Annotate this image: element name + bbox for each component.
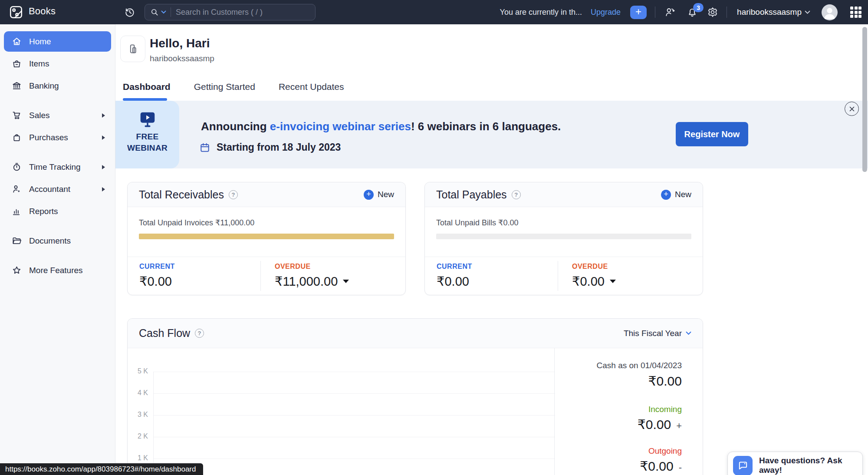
help-icon[interactable]: ? <box>195 329 204 338</box>
cash-flow-title: Cash Flow <box>139 327 190 340</box>
webinar-badge-text-line2: WEBINAR <box>115 142 179 154</box>
notifications-bell-icon[interactable]: 3 <box>687 7 698 18</box>
top-bar: Books You are currently in th... Upgrade <box>0 0 868 24</box>
gridline <box>153 372 555 372</box>
y-axis-line <box>153 372 154 475</box>
webinar-badge-text-line1: FREE <box>115 131 179 142</box>
settings-gear-icon[interactable] <box>707 7 718 18</box>
sidebar-item-banking[interactable]: Banking <box>4 76 111 96</box>
sidebar-item-more-features[interactable]: More Features <box>4 260 111 280</box>
gridline <box>153 393 555 394</box>
overdue-dropdown-caret-icon[interactable] <box>343 280 349 283</box>
gridline <box>153 415 555 416</box>
webinar-date-text: Starting from 18 July 2023 <box>217 142 341 153</box>
sidebar-item-time-tracking[interactable]: Time Tracking <box>4 157 111 177</box>
topbar-divider <box>655 7 655 18</box>
gridline <box>153 459 555 459</box>
plus-circle-icon: + <box>661 190 671 200</box>
quick-create-button[interactable]: + <box>630 6 647 19</box>
tab-dashboard[interactable]: Dashboard <box>123 82 171 92</box>
tab-getting-started[interactable]: Getting Started <box>194 82 255 92</box>
chat-widget[interactable]: Have questions? Ask away! <box>727 452 863 475</box>
search-scope-chevron-icon[interactable] <box>161 10 166 14</box>
notification-count-badge: 3 <box>693 3 704 12</box>
org-switcher[interactable]: haribookssaasmp <box>737 7 810 17</box>
bar-chart-icon <box>12 206 22 216</box>
sidebar-item-reports[interactable]: Reports <box>4 201 111 221</box>
banner-headline: Announcing e-invoicing webinar series! 6… <box>201 120 561 133</box>
user-avatar[interactable] <box>822 4 838 20</box>
browser-status-url: https://books.zoho.com/app/803986723#/ho… <box>0 463 203 475</box>
sidebar-item-sales[interactable]: Sales <box>4 105 111 125</box>
expand-arrow-icon <box>102 113 105 118</box>
sidebar-item-items[interactable]: Items <box>4 53 111 74</box>
current-value: ₹0.00 <box>437 274 558 289</box>
chevron-down-icon <box>805 10 810 14</box>
unpaid-invoices-summary: Total Unpaid Invoices ₹11,000.00 <box>139 218 394 228</box>
sidebar-item-home[interactable]: Home <box>4 31 111 52</box>
headline-suffix: ! 6 webinars in 6 languages. <box>411 120 561 133</box>
y-axis-tick: 5 K <box>130 367 148 375</box>
folder-icon <box>12 236 22 246</box>
tab-recent-updates[interactable]: Recent Updates <box>279 82 344 92</box>
register-now-button[interactable]: Register Now <box>676 122 748 146</box>
webinar-screen-icon <box>138 109 158 129</box>
referral-users-icon[interactable] <box>664 7 676 18</box>
basket-icon <box>12 59 22 69</box>
unpaid-bills-summary: Total Unpaid Bills ₹0.00 <box>436 218 691 228</box>
sidebar-item-documents[interactable]: Documents <box>4 231 111 251</box>
payables-new-button[interactable]: + New <box>661 190 691 200</box>
receivables-progress-bar <box>139 234 394 239</box>
fiscal-year-selector[interactable]: This Fiscal Year <box>624 329 691 338</box>
payables-title: Total Payables <box>436 188 507 201</box>
y-axis-tick: 1 K <box>130 454 148 462</box>
incoming-value-row: ₹0.00+ <box>555 417 682 432</box>
incoming-sign: + <box>676 420 682 431</box>
global-search <box>145 4 316 20</box>
sidebar-item-purchases[interactable]: Purchases <box>4 127 111 148</box>
sidebar-item-label: Accountant <box>29 185 70 194</box>
search-input[interactable] <box>176 8 284 17</box>
app-title: Books <box>29 6 56 17</box>
bank-icon <box>12 81 22 91</box>
sidebar-item-accountant[interactable]: Accountant <box>4 179 111 199</box>
accountant-icon <box>12 184 22 194</box>
y-axis-tick: 2 K <box>130 432 148 440</box>
cash-flow-header: Cash Flow ? This Fiscal Year <box>128 319 703 348</box>
topbar-divider <box>727 7 727 18</box>
sidebar-item-label: Home <box>29 37 51 46</box>
outgoing-label: Outgoing <box>555 446 682 456</box>
free-webinar-badge: FREE WEBINAR <box>115 101 179 168</box>
webinar-series-link[interactable]: e-invoicing webinar series <box>270 120 411 133</box>
webinar-banner: FREE WEBINAR Announcing e-invoicing webi… <box>115 101 868 168</box>
y-axis-tick: 3 K <box>130 411 148 419</box>
overdue-dropdown-caret-icon[interactable] <box>610 280 616 283</box>
banner-close-icon[interactable] <box>845 102 859 116</box>
payables-footer: CURRENT ₹0.00 OVERDUE ₹0.00 <box>425 257 703 295</box>
topbar-right-cluster: You are currently in th... Upgrade + 3 <box>500 0 862 24</box>
upgrade-link[interactable]: Upgrade <box>591 8 621 17</box>
cash-flow-chart: 5 K 4 K 3 K 2 K 1 K Cash as on 01/04/202… <box>128 348 703 475</box>
vertical-scrollbar[interactable] <box>862 27 867 172</box>
sidebar-item-label: Banking <box>29 81 59 91</box>
cart-icon <box>12 110 22 120</box>
search-icon[interactable] <box>150 8 159 16</box>
help-icon[interactable]: ? <box>512 190 521 199</box>
banner-date-row: Starting from 18 July 2023 <box>199 142 341 153</box>
outgoing-value-row: ₹0.00- <box>555 459 682 474</box>
y-axis-tick: 4 K <box>130 389 148 397</box>
apps-grid-icon[interactable] <box>850 6 862 18</box>
org-name: haribookssaasmp <box>737 7 802 17</box>
sidebar-item-label: Reports <box>29 207 58 216</box>
sidebar: Home Items Banking <box>0 24 115 475</box>
help-icon[interactable]: ? <box>229 190 238 199</box>
expand-arrow-icon <box>102 135 105 140</box>
sidebar-item-label: Purchases <box>29 133 68 142</box>
receivables-new-button[interactable]: + New <box>364 190 394 200</box>
search-divider <box>171 7 171 17</box>
chat-bubble-icon[interactable] <box>733 456 753 475</box>
books-logo-icon[interactable] <box>9 5 23 20</box>
current-label: CURRENT <box>437 263 558 270</box>
dashboard-tabs: Dashboard Getting Started Recent Updates <box>123 82 344 92</box>
recent-history-icon[interactable] <box>124 7 135 18</box>
